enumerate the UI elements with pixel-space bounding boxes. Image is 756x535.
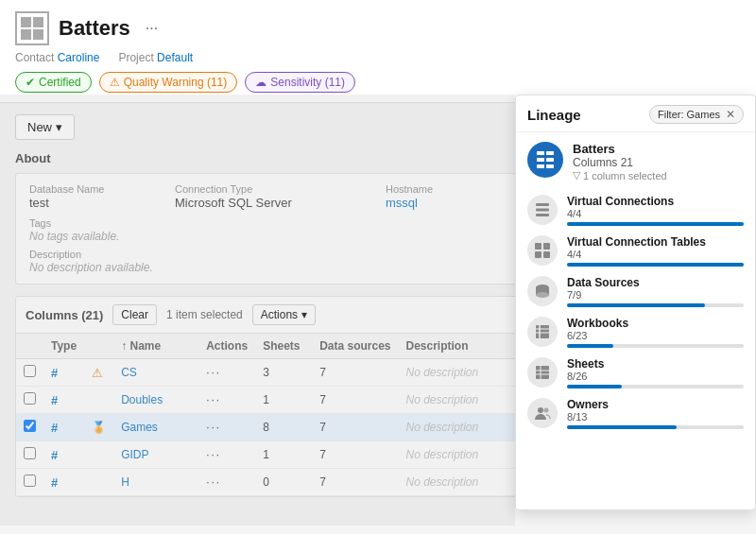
- progress-bar-fill: [567, 303, 705, 307]
- hostname-label: Hostname: [386, 183, 516, 195]
- row-name[interactable]: H: [113, 469, 198, 496]
- row-actions[interactable]: ···: [198, 359, 255, 387]
- actions-button[interactable]: Actions ▾: [252, 304, 316, 325]
- filter-badge[interactable]: Filter: Games ✕: [649, 105, 744, 124]
- sensitivity-badge[interactable]: ☁ Sensitivity (11): [245, 72, 355, 93]
- row-type: #: [43, 359, 84, 387]
- lineage-item-info: Workbooks 6/23: [567, 317, 744, 348]
- svg-rect-7: [536, 209, 549, 212]
- row-warning: 🏅: [84, 414, 113, 441]
- row-checkbox[interactable]: [16, 469, 43, 496]
- lineage-item: Workbooks 6/23: [527, 317, 744, 348]
- row-checkbox[interactable]: [16, 441, 43, 469]
- warning-icon: ⚠: [110, 76, 120, 89]
- lineage-item: Sheets 8/26: [527, 357, 744, 388]
- row-actions[interactable]: ···: [198, 441, 255, 469]
- clear-button[interactable]: Clear: [112, 304, 157, 325]
- lineage-item-count: 8/13: [567, 411, 744, 423]
- contact-label: Contact Caroline: [15, 51, 99, 64]
- lineage-items: Virtual Connections 4/4 Virtual Connecti…: [527, 195, 744, 429]
- column-name-link[interactable]: GIDP: [121, 448, 148, 461]
- lineage-main-info: Batters Columns 21 ▽ 1 column selected: [573, 142, 667, 181]
- table-icon: [15, 11, 49, 45]
- ellipsis-icon[interactable]: ···: [206, 366, 221, 379]
- row-warning: [84, 387, 113, 414]
- progress-bar-fill: [567, 344, 613, 348]
- ellipsis-icon[interactable]: ···: [206, 475, 221, 489]
- column-name-link[interactable]: Doubles: [121, 393, 163, 406]
- row-name[interactable]: CS: [113, 359, 198, 387]
- row-name[interactable]: Games: [113, 414, 198, 441]
- ellipsis-icon[interactable]: ···: [206, 448, 221, 461]
- column-name-link[interactable]: Games: [121, 421, 158, 434]
- hash-icon: #: [51, 421, 58, 435]
- lineage-item-name[interactable]: Workbooks: [567, 317, 744, 330]
- page-title: Batters: [59, 16, 130, 41]
- lineage-item-name[interactable]: Owners: [567, 398, 744, 411]
- columns-title: Columns (21): [26, 308, 103, 322]
- lineage-item-icon: [527, 195, 558, 225]
- row-type: #: [43, 441, 84, 469]
- row-checkbox[interactable]: [16, 359, 43, 387]
- column-name-link[interactable]: CS: [121, 366, 137, 379]
- row-sheets: 1: [255, 441, 312, 469]
- col-header-checkbox: [16, 334, 43, 359]
- row-checkbox[interactable]: [16, 387, 43, 414]
- ellipsis-icon[interactable]: ···: [206, 393, 221, 406]
- chevron-down-icon: ▾: [301, 308, 307, 321]
- certified-badge[interactable]: ✔ Certified: [15, 72, 92, 93]
- cert-icon: 🏅: [92, 421, 106, 434]
- hostname-value[interactable]: mssql: [386, 196, 516, 210]
- lineage-item-icon: [527, 398, 558, 428]
- quality-warning-badge[interactable]: ⚠ Quality Warning (11): [99, 72, 238, 93]
- progress-bar-fill: [567, 385, 622, 388]
- row-name[interactable]: GIDP: [113, 441, 198, 469]
- row-type: #: [43, 414, 84, 441]
- main-content: Batters ··· Contact Caroline Project Def…: [0, 0, 756, 535]
- lineage-item: Virtual Connection Tables 4/4: [527, 235, 744, 267]
- certified-icon: ✔: [26, 76, 35, 89]
- row-datasources: 7: [312, 387, 398, 414]
- lineage-item-name[interactable]: Virtual Connection Tables: [567, 235, 744, 249]
- column-name-link[interactable]: H: [121, 475, 129, 489]
- progress-bar-fill: [567, 222, 744, 226]
- svg-rect-1: [546, 151, 554, 155]
- row-name[interactable]: Doubles: [113, 387, 198, 414]
- lineage-item-count: 6/23: [567, 330, 744, 341]
- ellipsis-icon[interactable]: ···: [206, 421, 221, 434]
- col-header-name[interactable]: ↑ Name: [113, 334, 198, 359]
- header: Batters ··· Contact Caroline Project Def…: [0, 0, 756, 103]
- new-button[interactable]: New ▾: [15, 114, 75, 140]
- svg-rect-4: [537, 164, 544, 168]
- lineage-item-info: Sheets 8/26: [567, 357, 744, 388]
- svg-rect-8: [536, 214, 549, 216]
- svg-rect-3: [546, 158, 554, 162]
- lineage-item-name[interactable]: Sheets: [567, 357, 744, 371]
- hash-icon: #: [51, 475, 58, 490]
- svg-rect-0: [537, 151, 544, 155]
- lineage-main-name: Batters: [573, 142, 667, 156]
- svg-rect-16: [536, 325, 549, 338]
- more-options-button[interactable]: ···: [140, 18, 163, 39]
- db-name-value: test: [29, 196, 160, 210]
- selected-info: 1 item selected: [166, 308, 243, 321]
- lineage-item-icon: [527, 317, 558, 347]
- filter-close-icon[interactable]: ✕: [726, 108, 735, 121]
- row-actions[interactable]: ···: [198, 469, 255, 496]
- row-checkbox[interactable]: [16, 414, 43, 441]
- sensitivity-icon: ☁: [255, 76, 266, 89]
- row-type: #: [43, 387, 84, 414]
- conn-type-label: Connection Type: [175, 183, 370, 195]
- progress-bar-bg: [567, 263, 744, 267]
- badge-row: ✔ Certified ⚠ Quality Warning (11) ☁ Sen…: [15, 72, 741, 93]
- lineage-item-name[interactable]: Data Sources: [567, 276, 744, 289]
- lineage-item-icon: [527, 276, 558, 306]
- conn-type-value: Microsoft SQL Server: [175, 196, 370, 210]
- lineage-item-count: 4/4: [567, 249, 744, 260]
- row-actions[interactable]: ···: [198, 414, 255, 441]
- row-actions[interactable]: ···: [198, 387, 255, 414]
- lineage-main-icon: [527, 142, 563, 178]
- lineage-item-name[interactable]: Virtual Connections: [567, 195, 744, 208]
- col-header-warning: [84, 334, 113, 359]
- progress-bar-bg: [567, 222, 744, 226]
